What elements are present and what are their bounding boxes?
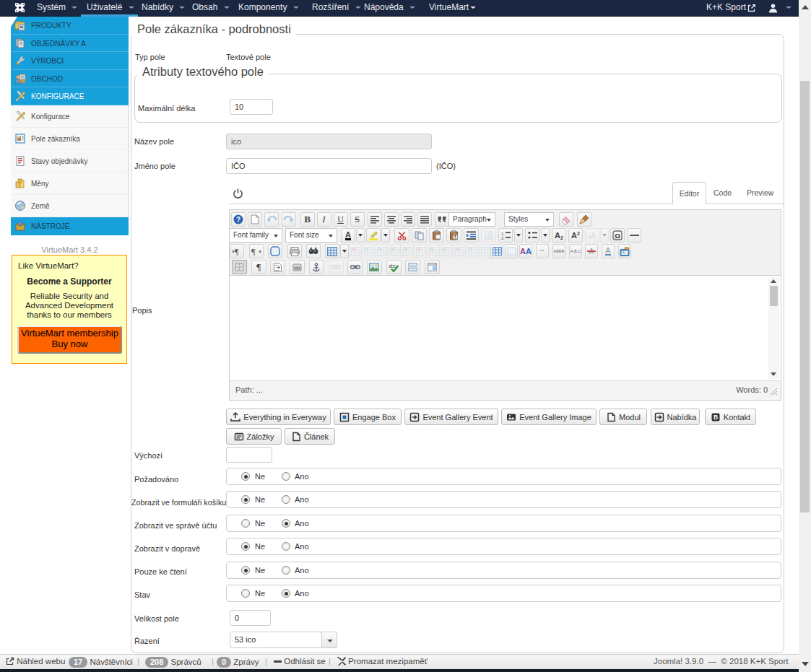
svg-text:B: B (714, 414, 718, 421)
svg-text:¶: ¶ (251, 247, 256, 256)
svg-text:¶: ¶ (235, 247, 239, 256)
svg-text:2.: 2. (501, 236, 505, 240)
svg-text:abc: abc (389, 263, 396, 268)
svg-text:Ω: Ω (615, 232, 620, 240)
svg-text:?: ? (236, 216, 240, 224)
svg-text:1.: 1. (501, 232, 505, 236)
